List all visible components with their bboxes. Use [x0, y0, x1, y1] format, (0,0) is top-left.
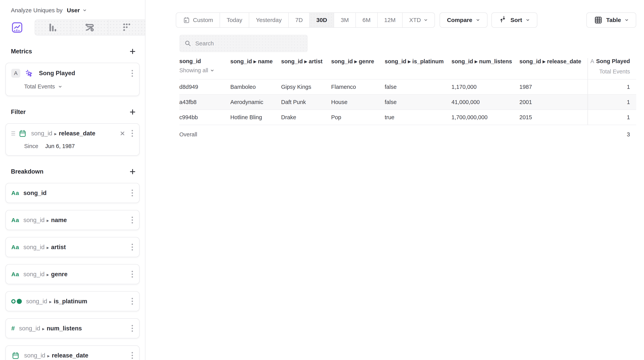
breakdown-card-num-listens[interactable]: # song_id ▸ num_listens — [6, 318, 140, 338]
column-header[interactable]: song_id — [179, 58, 230, 67]
breakdown-menu-button[interactable] — [130, 351, 135, 360]
breakdown-card-song-id[interactable]: Aa song_id — [6, 183, 140, 203]
breakdown-menu-button[interactable] — [130, 270, 135, 279]
cell-song-id: a43fb8 — [179, 95, 230, 110]
filter-value[interactable]: Jun 6, 1987 — [45, 143, 75, 149]
range-label: 6M — [362, 17, 371, 23]
chart-type-tabs — [0, 20, 145, 36]
remove-filter-button[interactable] — [120, 131, 125, 136]
cell-name: Aerodynamic — [230, 95, 281, 110]
column-header[interactable]: song_id ▸ genre — [331, 58, 385, 79]
compare-button[interactable]: Compare — [440, 13, 488, 28]
column-header[interactable]: song_id ▸ release_date — [520, 58, 588, 79]
breakdown-parent: song_id — [23, 217, 44, 223]
sort-button[interactable]: Sort — [491, 13, 537, 28]
property-separator: ▸ — [46, 245, 50, 250]
metric-measure-selector[interactable]: Total Events — [24, 83, 135, 90]
breakdown-card-genre[interactable]: Aa song_id ▸ genre — [6, 264, 140, 284]
breakdown-menu-button[interactable] — [130, 242, 135, 252]
flow-icon — [83, 21, 96, 34]
table-row[interactable]: d8d949 Bamboleo Gipsy Kings Flamenco fal… — [179, 80, 636, 95]
property-separator: ▸ — [42, 326, 45, 331]
property-separator: ▸ — [54, 131, 57, 136]
range-30d[interactable]: 30D — [309, 13, 334, 27]
metric-event-name: Song Played — [39, 70, 125, 77]
cell-is-platinum: false — [385, 80, 452, 94]
breakdown-menu-button[interactable] — [130, 297, 135, 306]
cell-genre: Flamenco — [331, 80, 385, 94]
cell-release-date: 2001 — [520, 95, 588, 110]
chart-type-tabs-inactive — [34, 20, 145, 36]
cell-num-listens: 1,700,000,000 — [452, 110, 520, 125]
chevron-down-icon[interactable] — [82, 8, 87, 13]
text-type-icon: Aa — [11, 271, 19, 278]
table-header-row: song_id Showing all song_id ▸ name song_… — [179, 58, 636, 80]
range-yesterday[interactable]: Yesterday — [249, 13, 288, 27]
tab-funnel-flow[interactable] — [71, 20, 108, 35]
date-range-control: Custom Today Yesterday 7D 30D 3M 6M 12M … — [176, 13, 435, 28]
cell-name: Hotline Bling — [230, 110, 281, 125]
tab-bar-chart[interactable] — [34, 20, 71, 35]
add-breakdown-button[interactable] — [128, 167, 137, 176]
view-type-label: Table — [606, 17, 621, 23]
range-label: 12M — [384, 17, 396, 23]
metric-measure: Total Events — [588, 67, 632, 79]
cell-is-platinum: false — [385, 95, 452, 110]
filter-condition[interactable]: Since Jun 6, 1987 — [24, 143, 135, 149]
breakdown-card-name[interactable]: Aa song_id ▸ name — [6, 210, 140, 230]
range-today[interactable]: Today — [220, 13, 249, 27]
text-type-icon: Aa — [11, 190, 19, 196]
filter-section-header: Filter — [11, 108, 137, 116]
range-3m[interactable]: 3M — [334, 13, 356, 27]
breakdown-field: genre — [51, 271, 67, 278]
range-label: Custom — [193, 17, 213, 23]
filter-title: Filter — [11, 109, 26, 116]
table-row[interactable]: c994bb Hotline Bling Drake Pop true 1,70… — [179, 110, 636, 125]
filter-property: song_id ▸ release_date — [31, 130, 115, 137]
search-input[interactable] — [195, 40, 303, 47]
entity-selector[interactable]: User — [67, 7, 80, 14]
cell-metric-value: 1 — [588, 80, 632, 94]
add-filter-button[interactable] — [128, 108, 137, 116]
main-panel: Custom Today Yesterday 7D 30D 3M 6M 12M … — [146, 0, 644, 360]
cell-metric-value: 1 — [588, 110, 632, 125]
breakdown-menu-button[interactable] — [130, 324, 135, 333]
drag-handle-icon[interactable] — [11, 131, 15, 135]
column-header[interactable]: song_id ▸ is_platinum — [385, 58, 452, 79]
breakdown-menu-button[interactable] — [130, 188, 135, 198]
view-type-button[interactable]: Table — [586, 13, 636, 28]
cell-metric-value: 1 — [588, 95, 632, 110]
range-label: XTD — [409, 17, 421, 23]
range-7d[interactable]: 7D — [288, 13, 309, 27]
range-12m[interactable]: 12M — [377, 13, 402, 27]
showing-all-selector[interactable]: Showing all — [179, 67, 230, 78]
add-metric-button[interactable] — [128, 47, 137, 56]
filter-card[interactable]: song_id ▸ release_date Since Jun 6, 1987 — [6, 123, 140, 156]
chevron-down-icon — [624, 18, 629, 22]
metric-menu-button[interactable] — [130, 69, 135, 78]
tab-line-chart[interactable] — [0, 20, 34, 36]
table-row[interactable]: a43fb8 Aerodynamic Daft Punk House false… — [179, 95, 636, 110]
metric-card[interactable]: A Song Played Total Events — [6, 63, 140, 96]
sort-arrows-icon — [499, 16, 507, 24]
cell-is-platinum: true — [385, 110, 452, 125]
table-search[interactable] — [179, 35, 308, 52]
range-6m[interactable]: 6M — [356, 13, 377, 27]
metric-letter: A — [590, 58, 594, 64]
metric-column-header[interactable]: ASong Played — [588, 58, 632, 67]
breakdown-card-is-platinum[interactable]: song_id ▸ is_platinum — [6, 291, 140, 311]
range-xtd[interactable]: XTD — [402, 13, 434, 27]
breakdown-menu-button[interactable] — [130, 215, 135, 225]
column-header[interactable]: song_id ▸ num_listens — [452, 58, 520, 79]
breakdown-card-artist[interactable]: Aa song_id ▸ artist — [6, 237, 140, 257]
filter-menu-button[interactable] — [130, 129, 135, 138]
filter-operator: Since — [24, 143, 38, 149]
tab-retention-dots[interactable] — [108, 20, 145, 35]
breakdown-card-release-date[interactable]: song_id ▸ release_date by Year — [6, 345, 140, 360]
range-custom[interactable]: Custom — [176, 13, 220, 27]
metric-measure-label: Total Events — [24, 83, 55, 90]
metrics-section-header: Metrics — [11, 47, 137, 56]
column-header[interactable]: song_id ▸ name — [230, 58, 281, 79]
breakdown-title: Breakdown — [11, 168, 44, 175]
column-header[interactable]: song_id ▸ artist — [281, 58, 331, 79]
